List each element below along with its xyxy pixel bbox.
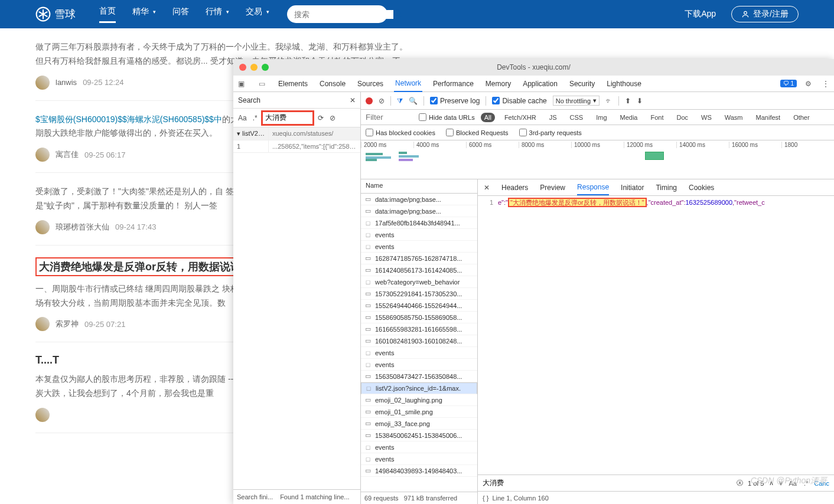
filter-doc[interactable]: Doc: [673, 113, 692, 122]
tab-network[interactable]: Network: [394, 76, 422, 92]
request-row[interactable]: ▭emoji_01_smile.png: [361, 406, 477, 418]
request-row[interactable]: □listV2.json?since_id=-1&max.: [361, 382, 477, 394]
filter-img[interactable]: Img: [592, 113, 610, 122]
avatar[interactable]: [35, 76, 50, 90]
nav-jinghua[interactable]: 精华: [132, 6, 156, 23]
brand-logo[interactable]: 雪球: [35, 6, 76, 22]
tab-memory[interactable]: Memory: [484, 76, 512, 91]
request-row[interactable]: ▭1552649440466-155264944...: [361, 300, 477, 312]
request-row[interactable]: ▭1628747185765-162874718...: [361, 253, 477, 264]
stock-link[interactable]: $宝钢股份(SH600019)$$海螺水泥(SH600585)$$中: [35, 114, 222, 124]
import-icon[interactable]: ⬆: [625, 97, 631, 105]
avatar[interactable]: [35, 317, 50, 331]
tab-lighthouse[interactable]: Lighthouse: [605, 76, 643, 91]
request-row[interactable]: □events: [361, 441, 477, 453]
tab-response[interactable]: Response: [577, 180, 609, 195]
more-icon[interactable]: ⋮: [820, 80, 832, 88]
request-row[interactable]: ▭data:image/png;base...: [361, 205, 477, 217]
username[interactable]: 索罗神: [56, 319, 79, 329]
request-row[interactable]: ▭1538450062451-153845006...: [361, 430, 477, 441]
filter-ws[interactable]: WS: [698, 113, 715, 122]
tab-performance[interactable]: Performance: [432, 76, 475, 91]
hide-data-urls-checkbox[interactable]: Hide data URLs: [419, 113, 475, 121]
search-query-input[interactable]: [262, 112, 313, 125]
clear-icon[interactable]: ⊘: [379, 97, 385, 105]
regex-icon[interactable]: .*: [252, 114, 259, 122]
request-row[interactable]: ▭1558690585750-155869058...: [361, 312, 477, 323]
filter-css[interactable]: CSS: [566, 113, 587, 122]
device-icon[interactable]: ▭: [256, 80, 268, 88]
nav-wenda[interactable]: 问答: [172, 6, 189, 23]
throttling-select[interactable]: No throttling▾: [553, 96, 600, 106]
issues-badge[interactable]: 🗩 1: [780, 80, 797, 87]
username[interactable]: 寓言佳: [56, 149, 79, 160]
request-row[interactable]: □events: [361, 229, 477, 241]
filter-other[interactable]: Other: [790, 113, 813, 122]
search-icon[interactable]: 🔍: [409, 97, 418, 105]
response-body[interactable]: 1e":""大消费绝地爆发是反弹or反转，用数据说话！","created_at…: [478, 196, 834, 474]
request-row[interactable]: □web?category=web_behavior: [361, 276, 477, 288]
find-input[interactable]: [483, 479, 732, 487]
filter-icon[interactable]: ⧩: [397, 97, 403, 105]
filter-manifest[interactable]: Manifest: [752, 113, 784, 122]
download-app[interactable]: 下载App: [685, 9, 716, 19]
filter-js[interactable]: JS: [546, 113, 561, 122]
search-result-line[interactable]: 1...258652,"items":[{"id":258666,"...: [233, 140, 360, 153]
username[interactable]: lanwis: [56, 78, 77, 87]
preserve-log-checkbox[interactable]: Preserve log: [430, 97, 480, 105]
username[interactable]: 琅琊榜首张大仙: [56, 222, 109, 233]
close-icon[interactable]: ✕: [484, 184, 490, 192]
blocked-cookies-checkbox[interactable]: Has blocked cookies: [366, 129, 435, 136]
filter-all[interactable]: All: [481, 113, 495, 122]
window-titlebar[interactable]: DevTools - xueqiu.com/: [233, 59, 834, 76]
request-row[interactable]: ▭1563508473427-156350848...: [361, 371, 477, 382]
clear-find-icon[interactable]: ⓧ: [737, 479, 743, 487]
search-result-file[interactable]: ▾ listV2.jsonxueqiu.com/statuses/: [233, 127, 360, 140]
search-icon[interactable]: [393, 9, 403, 20]
settings-icon[interactable]: ⚙: [803, 80, 814, 88]
tab-cookies[interactable]: Cookies: [689, 181, 714, 195]
tab-console[interactable]: Console: [318, 76, 347, 91]
nav-jiaoyi[interactable]: 交易: [246, 6, 269, 23]
filter-media[interactable]: Media: [617, 113, 641, 122]
request-row[interactable]: ▭1498484039893-149848403...: [361, 465, 477, 477]
disable-cache-checkbox[interactable]: Disable cache: [492, 97, 546, 105]
request-row[interactable]: □events: [361, 241, 477, 253]
filter-fetch[interactable]: Fetch/XHR: [501, 113, 540, 122]
record-icon[interactable]: [366, 97, 373, 104]
request-row[interactable]: □events: [361, 359, 477, 371]
nav-hangqing[interactable]: 行情: [206, 6, 229, 23]
request-row[interactable]: ▭1614240856173-161424085...: [361, 264, 477, 276]
close-icon[interactable]: ✕: [350, 96, 356, 104]
request-row[interactable]: ▭data:image/png;base...: [361, 194, 477, 205]
search-input[interactable]: [294, 10, 393, 19]
login-button[interactable]: 登录/注册: [731, 6, 799, 22]
tab-headers[interactable]: Headers: [501, 181, 528, 195]
filter-input[interactable]: [366, 113, 413, 122]
blocked-requests-checkbox[interactable]: Blocked Requests: [446, 129, 509, 136]
filter-font[interactable]: Font: [647, 113, 667, 122]
post-title-highlight[interactable]: 大消费绝地爆发是反弹or反转，用数据说话: [35, 257, 245, 276]
avatar[interactable]: [35, 408, 50, 422]
tab-initiator[interactable]: Initiator: [621, 181, 644, 195]
tab-timing[interactable]: Timing: [656, 181, 677, 195]
tab-preview[interactable]: Preview: [540, 181, 565, 195]
avatar[interactable]: [35, 148, 50, 162]
waterfall-timeline[interactable]: 2000 ms4000 ms6000 ms8000 ms10000 ms1200…: [361, 140, 834, 179]
match-case-icon[interactable]: Aa: [237, 114, 248, 122]
tab-security[interactable]: Security: [568, 76, 596, 91]
request-row[interactable]: ▭1601082481903-160108248...: [361, 335, 477, 347]
third-party-checkbox[interactable]: 3rd-party requests: [519, 129, 582, 136]
request-row[interactable]: □events: [361, 347, 477, 359]
export-icon[interactable]: ⬇: [637, 97, 643, 105]
tab-application[interactable]: Application: [522, 76, 559, 91]
search-box[interactable]: [287, 5, 387, 23]
request-list-header[interactable]: Name: [361, 179, 477, 194]
clear-icon[interactable]: ⊘: [328, 114, 337, 122]
avatar[interactable]: [35, 220, 50, 234]
wifi-icon[interactable]: ᯤ: [605, 97, 613, 105]
inspect-icon[interactable]: ▣: [236, 80, 247, 88]
refresh-icon[interactable]: ⟳: [317, 114, 325, 122]
nav-home[interactable]: 首页: [99, 6, 116, 23]
request-row[interactable]: ▭1616655983281-161665598...: [361, 323, 477, 335]
